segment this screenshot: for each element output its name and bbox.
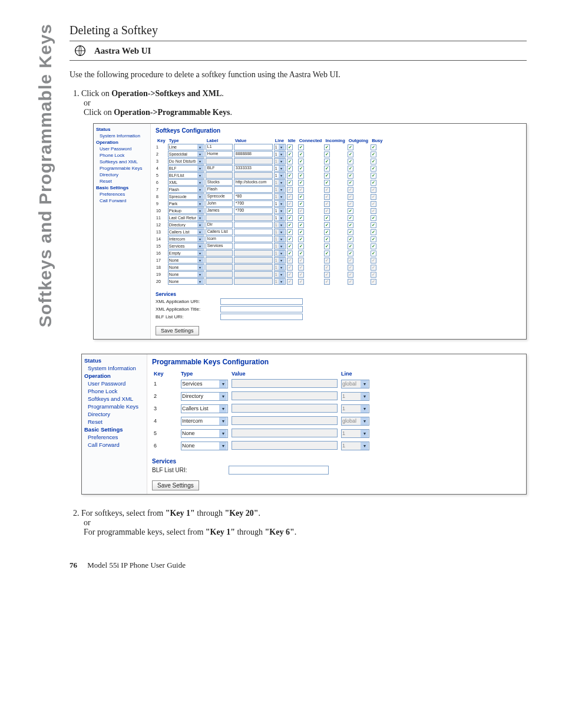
text-input[interactable] (234, 250, 273, 256)
checkbox[interactable]: ✔ (298, 159, 304, 164)
text-input[interactable]: Flash (206, 186, 233, 193)
text-input[interactable] (234, 236, 273, 242)
checkbox[interactable]: ✔ (348, 236, 353, 242)
checkbox[interactable]: ✔ (324, 215, 330, 221)
checkbox[interactable]: ✔ (298, 166, 304, 172)
type-select[interactable]: 1▾ (341, 392, 369, 401)
text-input[interactable]: John (206, 200, 233, 207)
checkbox[interactable]: ✔ (371, 229, 376, 235)
type-select[interactable]: global▾ (341, 417, 369, 426)
type-select[interactable]: 1▾ (274, 186, 286, 193)
save-settings-button[interactable]: Save Settings (156, 326, 199, 335)
checkbox[interactable]: ✔ (348, 180, 353, 186)
checkbox[interactable]: ✔ (298, 180, 304, 186)
xml-title-input[interactable] (220, 306, 303, 312)
type-select[interactable]: 1▾ (341, 429, 369, 438)
blf-uri-input[interactable] (220, 314, 303, 320)
text-input[interactable]: Dir (206, 222, 233, 228)
checkbox[interactable]: ✔ (324, 180, 330, 186)
checkbox[interactable]: ✔ (287, 144, 293, 150)
nav-userpw[interactable]: User Password (82, 380, 147, 387)
type-select[interactable]: 1▾ (274, 165, 286, 172)
type-select[interactable]: BLF▾ (168, 165, 204, 172)
checkbox[interactable]: ✔ (287, 173, 293, 179)
nav-cfwd[interactable]: Call Forward (82, 441, 147, 449)
type-select[interactable]: Pickup▾ (168, 207, 204, 214)
type-select[interactable]: Park▾ (168, 200, 204, 207)
type-select[interactable]: 1▾ (274, 278, 286, 285)
type-select[interactable]: Callers List▾ (181, 404, 228, 413)
text-input[interactable] (206, 257, 233, 263)
checkbox[interactable]: ✔ (287, 222, 293, 228)
checkbox[interactable]: ✔ (324, 173, 330, 179)
nav-basic[interactable]: Basic Settings (82, 426, 147, 433)
type-select[interactable]: Intercom▾ (168, 236, 204, 242)
type-select[interactable]: 1▾ (274, 264, 286, 271)
nav-status[interactable]: Status (82, 357, 147, 364)
checkbox[interactable]: ✔ (287, 151, 293, 157)
nav-operation[interactable]: Operation (94, 139, 150, 146)
nav-sysinfo[interactable]: System Information (94, 133, 150, 139)
checkbox[interactable]: ✔ (298, 222, 304, 228)
text-input[interactable]: http://stocks.com (234, 179, 273, 186)
checkbox[interactable]: ✔ (371, 151, 376, 157)
checkbox[interactable]: ✔ (371, 243, 376, 249)
text-input[interactable]: Services (206, 243, 233, 249)
checkbox[interactable]: ✔ (371, 222, 376, 228)
checkbox[interactable]: ✔ (324, 166, 330, 172)
type-select[interactable]: Do Not Disturb▾ (168, 158, 204, 164)
nav-phonelock[interactable]: Phone Lock (82, 387, 147, 395)
text-input[interactable]: Sprecode (206, 193, 233, 200)
text-input[interactable] (232, 379, 338, 388)
checkbox[interactable]: ✔ (287, 236, 293, 242)
nav-userpw[interactable]: User Password (94, 146, 150, 152)
text-input[interactable]: 8888888 (234, 151, 273, 157)
text-input[interactable] (232, 404, 338, 413)
text-input[interactable]: Icom (206, 236, 233, 242)
type-select[interactable]: 1▾ (274, 200, 286, 207)
text-input[interactable] (232, 416, 338, 425)
type-select[interactable]: Services▾ (168, 243, 204, 249)
text-input[interactable] (234, 278, 273, 285)
text-input[interactable] (234, 144, 273, 150)
nav-prefs[interactable]: Preferences (82, 433, 147, 441)
checkbox[interactable]: ✔ (371, 159, 376, 164)
text-input[interactable]: 3333333 (234, 165, 273, 172)
type-select[interactable]: Callers List▾ (168, 229, 204, 235)
checkbox[interactable]: ✔ (324, 251, 330, 256)
checkbox[interactable]: ✔ (371, 166, 376, 172)
text-input[interactable]: *80 (234, 193, 273, 200)
checkbox[interactable]: ✔ (324, 222, 330, 228)
checkbox[interactable]: ✔ (348, 151, 353, 157)
type-select[interactable]: Sprecode▾ (168, 193, 204, 200)
type-select[interactable]: 1▾ (274, 250, 286, 256)
type-select[interactable]: 1▾ (274, 215, 286, 221)
type-select[interactable]: None▾ (181, 429, 228, 438)
checkbox[interactable]: ✔ (324, 236, 330, 242)
type-select[interactable]: Intercom▾ (181, 417, 228, 426)
checkbox[interactable]: ✔ (298, 243, 304, 249)
type-select[interactable]: 1▾ (274, 158, 286, 164)
checkbox[interactable]: ✔ (287, 251, 293, 256)
nav-operation[interactable]: Operation (82, 372, 147, 380)
nav-progkeys[interactable]: Programmable Keys (82, 403, 147, 410)
type-select[interactable]: global▾ (341, 380, 369, 388)
type-select[interactable]: 1▾ (274, 172, 286, 179)
text-input[interactable] (234, 271, 273, 278)
type-select[interactable]: 1▾ (274, 229, 286, 235)
type-select[interactable]: Empty▾ (168, 250, 204, 256)
nav-progkeys[interactable]: Programmable Keys (94, 165, 150, 172)
checkbox[interactable]: ✔ (348, 229, 353, 235)
checkbox[interactable]: ✔ (298, 229, 304, 235)
nav-reset[interactable]: Reset (82, 418, 147, 426)
checkbox[interactable]: ✔ (371, 180, 376, 186)
text-input[interactable] (234, 158, 273, 164)
checkbox[interactable]: ✔ (298, 236, 304, 242)
checkbox[interactable]: ✔ (348, 243, 353, 249)
text-input[interactable] (206, 271, 233, 278)
type-select[interactable]: None▾ (181, 442, 228, 450)
checkbox[interactable]: ✔ (287, 229, 293, 235)
checkbox[interactable]: ✔ (324, 243, 330, 249)
checkbox[interactable]: ✔ (371, 144, 376, 150)
type-select[interactable]: Speeddial▾ (168, 151, 204, 157)
